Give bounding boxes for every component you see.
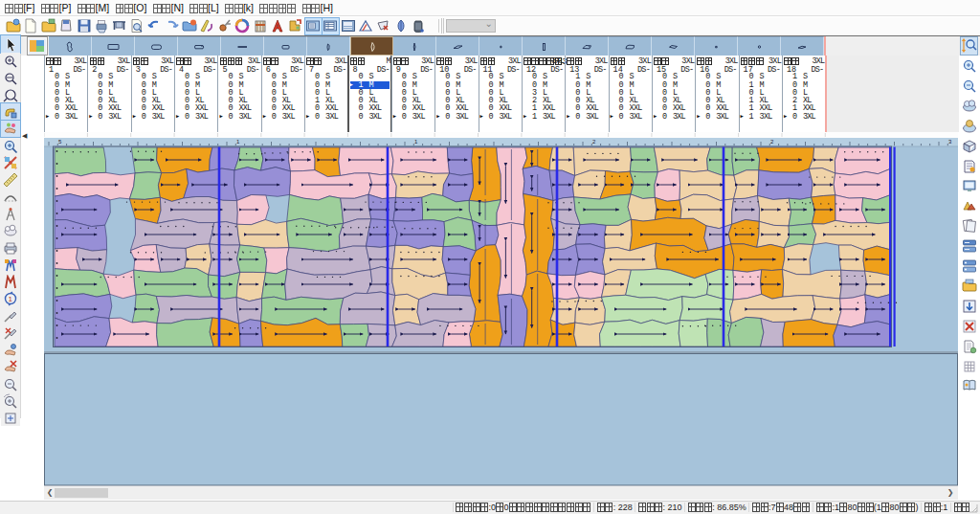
svg-text:1: 1	[9, 295, 13, 303]
